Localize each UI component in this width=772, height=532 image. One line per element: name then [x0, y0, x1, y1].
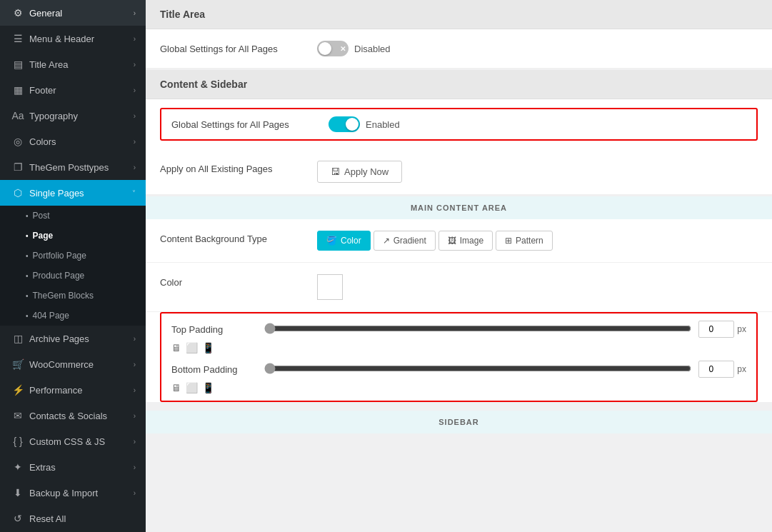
sidebar-item-custom-css-js[interactable]: { } Custom CSS & JS ›: [0, 428, 146, 454]
sidebar-label-backup-import: Backup & Import: [29, 488, 98, 498]
desktop-icon[interactable]: 🖥: [171, 342, 181, 353]
subitem-label-product-page: Product Page: [33, 271, 85, 281]
main-content-settings: Content Background Type 🪣 Color ↗ Gradie…: [146, 219, 772, 402]
content-bg-type-row: Content Background Type 🪣 Color ↗ Gradie…: [146, 219, 772, 263]
sidebar-subitem-page[interactable]: Page: [0, 226, 146, 246]
bg-type-image-button[interactable]: 🖼 Image: [438, 231, 493, 251]
title-area-toggle[interactable]: ✕: [317, 41, 349, 56]
content-toggle-wrap: Enabled: [329, 116, 400, 132]
subitem-label-thegem-blocks: TheGem Blocks: [33, 291, 94, 301]
sidebar-item-single-pages[interactable]: ⬡ Single Pages ˅: [0, 180, 146, 206]
sidebar-subitem-product-page[interactable]: Product Page: [0, 266, 146, 286]
content-sidebar-toggle[interactable]: [329, 116, 360, 132]
mobile-icon[interactable]: 📱: [202, 342, 214, 353]
sidebar-item-archive-pages[interactable]: ◫ Archive Pages ›: [0, 326, 146, 351]
top-padding-controls: Top Padding 0 px: [171, 321, 746, 338]
title-icon: ▤: [12, 59, 24, 70]
top-padding-label: Top Padding: [171, 324, 257, 335]
bg-type-gradient-button[interactable]: ↗ Gradient: [374, 231, 436, 251]
tablet-icon[interactable]: ⬜: [186, 342, 198, 353]
sidebar-item-contacts-socials[interactable]: ✉ Contacts & Socials ›: [0, 403, 146, 428]
sidebar-label-reset-all: Reset All: [29, 513, 66, 524]
sidebar-label-colors: Colors: [29, 136, 56, 147]
top-padding-input[interactable]: 0: [698, 321, 734, 338]
sidebar-label-custom-css-js: Custom CSS & JS: [29, 436, 105, 447]
sidebar-label-footer: Footer: [29, 85, 56, 96]
sidebar-label-single-pages: Single Pages: [29, 188, 84, 199]
sidebar-item-woocommerce[interactable]: 🛒 WooCommerce ›: [0, 351, 146, 377]
subitem-label-post: Post: [33, 211, 50, 221]
content-global-label: Global Settings for All Pages: [171, 116, 314, 130]
content-sidebar-label: Content & Sidebar: [160, 79, 247, 90]
main-content-banner-label: MAIN CONTENT AREA: [411, 204, 507, 212]
bg-type-pattern-button[interactable]: ⊞ Pattern: [496, 231, 553, 251]
bottom-padding-slider[interactable]: [264, 363, 691, 374]
color-bucket-icon: 🪣: [326, 236, 337, 246]
chevron-icon: ›: [134, 138, 136, 146]
sidebar-banner-label: SIDEBAR: [438, 418, 479, 426]
sidebar-subitem-post[interactable]: Post: [0, 206, 146, 226]
sidebar-item-performance[interactable]: ⚡ Performance ›: [0, 377, 146, 403]
desktop-icon[interactable]: 🖥: [171, 382, 181, 393]
chevron-icon: ›: [134, 386, 136, 394]
subitem-label-404-page: 404 Page: [33, 311, 69, 321]
chevron-icon: ›: [134, 9, 136, 17]
sidebar-item-general[interactable]: ⚙ General ›: [0, 0, 146, 26]
sidebar-label-performance: Performance: [29, 385, 82, 396]
bg-type-image-label: Image: [460, 236, 483, 246]
toggle-knob: [319, 42, 331, 55]
bg-type-gradient-label: Gradient: [393, 236, 426, 246]
sidebar-subitem-404-page[interactable]: 404 Page: [0, 306, 146, 326]
chevron-icon: ›: [134, 112, 136, 120]
title-area-control: ✕ Disabled: [317, 41, 391, 56]
pattern-icon: ⊞: [505, 236, 512, 246]
subitem-label-page: Page: [33, 231, 54, 241]
sidebar-item-footer[interactable]: ▦ Footer ›: [0, 77, 146, 103]
content-global-control: Enabled: [329, 116, 400, 132]
sidebar-item-typography[interactable]: Aa Typography ›: [0, 103, 146, 129]
top-padding-row: Top Padding 0 px 🖥 ⬜ 📱: [171, 321, 746, 353]
sidebar-label-extras: Extras: [29, 462, 56, 473]
title-area-tab: Title Area: [146, 0, 772, 29]
bg-type-color-label: Color: [341, 236, 361, 246]
top-padding-slider[interactable]: [264, 323, 691, 334]
chevron-icon: ›: [134, 361, 136, 368]
sidebar-item-colors[interactable]: ◎ Colors ›: [0, 129, 146, 154]
sidebar-subitem-portfolio-page[interactable]: Portfolio Page: [0, 246, 146, 266]
top-padding-device-icons: 🖥 ⬜ 📱: [171, 342, 746, 353]
bottom-padding-input-wrap: 0 px: [698, 361, 746, 378]
sidebar-item-backup-import[interactable]: ⬇ Backup & Import ›: [0, 480, 146, 506]
color-row-label: Color: [160, 274, 303, 288]
css-icon: { }: [12, 436, 24, 447]
sidebar-item-extras[interactable]: ✦ Extras ›: [0, 454, 146, 480]
tablet-icon[interactable]: ⬜: [186, 382, 198, 393]
apply-control: 🖫 Apply Now: [317, 161, 402, 183]
backup-icon: ⬇: [12, 487, 24, 498]
bg-type-pattern-label: Pattern: [516, 236, 543, 246]
apply-now-label: Apply Now: [344, 166, 388, 177]
mobile-icon[interactable]: 📱: [202, 382, 214, 393]
sidebar-subitem-thegem-blocks[interactable]: TheGem Blocks: [0, 286, 146, 306]
apply-now-button[interactable]: 🖫 Apply Now: [317, 161, 402, 183]
general-icon: ⚙: [12, 7, 24, 19]
bg-type-color-button[interactable]: 🪣 Color: [317, 231, 371, 251]
footer-icon: ▦: [12, 84, 24, 96]
sidebar-item-title-area[interactable]: ▤ Title Area ›: [0, 51, 146, 77]
title-area-label: Title Area: [160, 9, 205, 20]
apply-icon: 🖫: [331, 166, 340, 177]
posttypes-icon: ❐: [12, 161, 24, 173]
contacts-icon: ✉: [12, 410, 24, 421]
sidebar-item-menu-header[interactable]: ☰ Menu & Header ›: [0, 26, 146, 51]
sidebar-label-archive-pages: Archive Pages: [29, 333, 89, 344]
color-swatch[interactable]: [317, 274, 343, 300]
sidebar-item-reset-all[interactable]: ↺ Reset All: [0, 506, 146, 531]
color-row-control: [317, 274, 343, 300]
reset-icon: ↺: [12, 513, 24, 524]
sidebar-sub-menu: Post Page Portfolio Page Product Page Th…: [0, 206, 146, 326]
subitem-label-portfolio-page: Portfolio Page: [33, 251, 86, 261]
sidebar-label-thegem-posttypes: TheGem Posttypes: [29, 162, 109, 173]
bottom-padding-input[interactable]: 0: [698, 361, 734, 378]
apply-all-row: Apply on All Existing Pages 🖫 Apply Now: [146, 149, 772, 195]
sidebar-item-thegem-posttypes[interactable]: ❐ TheGem Posttypes ›: [0, 154, 146, 180]
performance-icon: ⚡: [12, 384, 24, 396]
